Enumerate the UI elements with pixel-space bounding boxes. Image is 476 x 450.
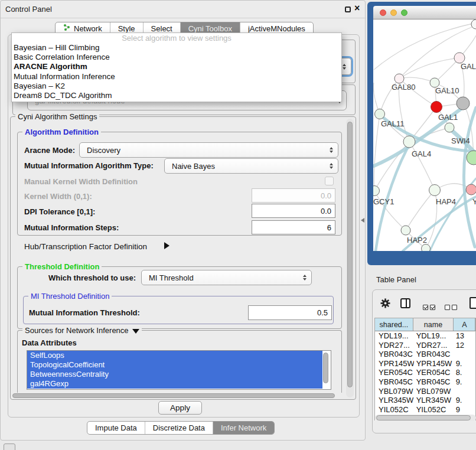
network-node-gcy1[interactable] — [373, 186, 380, 196]
table-row[interactable]: YLR345WYLR345W9. — [375, 396, 475, 405]
table-row[interactable]: YDR27...YDR27...12 — [375, 341, 475, 350]
settings-vertical-scrollbar-track[interactable] — [346, 119, 354, 397]
settings-vertical-scrollbar[interactable] — [347, 122, 353, 387]
table-row[interactable]: YDL19...YDL19...13 — [375, 331, 475, 341]
network-edge-highlighted — [464, 107, 476, 247]
list-scrollbar[interactable] — [323, 353, 328, 383]
dropdown-item[interactable]: Dream8 DC_TDC Algorithm — [12, 91, 341, 100]
dpi-tolerance-field[interactable]: 0.0 — [252, 204, 335, 218]
table-row[interactable]: YBR043CYBR043C — [375, 350, 475, 359]
network-node-gal11[interactable] — [375, 109, 385, 119]
network-node-node[interactable] — [471, 19, 476, 29]
kernel-width-field[interactable]: 0.0 — [252, 188, 335, 203]
node-label: HAP2 — [407, 236, 427, 244]
network-node-swi4[interactable] — [445, 123, 454, 132]
column-header-name[interactable]: name — [413, 318, 454, 331]
mi-steps-field[interactable]: 6 — [252, 220, 335, 234]
corner-button[interactable] — [4, 444, 15, 450]
dropdown-item[interactable]: Bayesian – Hill Climbing — [12, 43, 341, 53]
table-row[interactable]: YBR045CYBR045C9. — [375, 377, 475, 387]
network-node-hap4[interactable] — [429, 185, 441, 196]
updown-stepper-icon — [327, 147, 336, 153]
which-threshold-label: Which threshold to use: — [48, 273, 136, 282]
table-body: YDL19...YDL19...13YDR27...YDR27...12YBR0… — [375, 331, 475, 414]
node-label: GAL80 — [392, 83, 415, 92]
table-row[interactable]: YIL052CYIL052C9 — [375, 405, 475, 415]
mi-steps-value: 6 — [327, 223, 331, 232]
control-panel-title: Control Panel — [5, 5, 52, 14]
settings-horizontal-scrollbar[interactable] — [12, 393, 335, 398]
close-button[interactable] — [380, 9, 386, 16]
table-cell: 12 — [455, 341, 475, 350]
attribute-item[interactable]: TopologicalCoefficient — [27, 360, 322, 370]
node-label: GCY1 — [373, 197, 394, 206]
table-cell: YBL079W — [375, 387, 414, 396]
manual-kernel-checkbox[interactable] — [325, 177, 334, 185]
settings-horizontal-scrollbar-track[interactable] — [11, 393, 345, 399]
node-label: GAL10 — [435, 86, 459, 95]
dropdown-item[interactable]: Bayesian – K2 — [12, 81, 341, 91]
network-edge — [399, 58, 459, 79]
network-node-node[interactable] — [457, 97, 470, 110]
dropdown-hint: Select algorithm to view settings — [12, 33, 341, 43]
column-header-shared-name[interactable]: shared... — [375, 318, 413, 331]
network-node-hap2[interactable] — [401, 226, 410, 235]
data-attributes-list[interactable]: SelfLoopsTopologicalCoefficientBetweenne… — [27, 350, 331, 390]
network-canvas[interactable]: GALGAL80GAL10GAL1GAL11SWI4GAL4GCY1HAP4YH… — [373, 19, 476, 251]
which-threshold-select[interactable]: MI Threshold — [141, 270, 312, 285]
aracne-mode-label: Aracne Mode: — [24, 146, 75, 155]
network-node-gal4[interactable] — [403, 136, 415, 148]
collapse-arrow-icon[interactable] — [132, 329, 139, 334]
table-cell: YIL052C — [375, 405, 414, 415]
table-cell: YBR043C — [375, 350, 414, 359]
dropdown-item[interactable]: ARACNE Algorithm — [12, 62, 341, 71]
node-label: HAP4 — [436, 197, 456, 206]
column-header-partial[interactable]: A — [454, 318, 475, 331]
network-node-node[interactable] — [422, 244, 431, 252]
table-cell — [455, 350, 475, 359]
network-node-node[interactable] — [467, 151, 476, 165]
dropdown-item[interactable]: Basic Correlation Inference — [12, 53, 341, 62]
attribute-item[interactable]: SelfLoops — [27, 351, 322, 360]
attribute-item[interactable]: gal4RGexp — [27, 379, 322, 389]
mi-type-select[interactable]: Naive Bayes — [164, 158, 338, 174]
mi-type-value: Naive Bayes — [165, 162, 327, 171]
updown-stepper-icon — [300, 275, 309, 281]
tab-impute-data[interactable]: Impute Data — [87, 422, 145, 434]
network-node-y[interactable] — [466, 184, 476, 195]
table-row[interactable]: YBL079WYBL079W — [375, 387, 475, 396]
table-horizontal-scrollbar-track[interactable] — [375, 415, 476, 421]
network-node-gal1[interactable] — [431, 102, 442, 113]
attribute-item[interactable]: BetweennessCentrality — [27, 370, 322, 379]
file-icon[interactable] — [470, 297, 476, 309]
float-icon[interactable] — [345, 6, 351, 12]
network-window-titlebar[interactable] — [373, 6, 476, 19]
splitter-arrow-icon[interactable] — [361, 218, 364, 223]
close-icon[interactable]: × — [354, 3, 360, 14]
unchecked-columns-icon[interactable] — [445, 302, 459, 312]
table-cell: YER054C — [414, 368, 455, 377]
table-row[interactable]: YPR145WYPR145W9. — [375, 359, 475, 369]
apply-button[interactable]: Apply — [158, 401, 202, 415]
sources-group-title: Sources for Network Inference — [22, 326, 142, 335]
columns-icon[interactable] — [400, 298, 410, 308]
threshold-definition-title: Threshold Definition — [22, 262, 102, 271]
dropdown-item[interactable]: Mutual Information Inference — [12, 72, 341, 81]
aracne-mode-select[interactable]: Discovery — [79, 142, 338, 158]
tab-label: Discretize Data — [153, 422, 205, 434]
table-row[interactable]: YER054CYER054C8. — [375, 368, 475, 377]
zoom-button[interactable] — [401, 9, 407, 16]
table-horizontal-scrollbar[interactable] — [376, 415, 471, 420]
screen: Control Panel × NetworkStyleSelectCyni T… — [0, 0, 476, 450]
table-header: shared... name A — [375, 318, 475, 331]
minimize-button[interactable] — [390, 9, 397, 16]
mi-threshold-field[interactable]: 0.5 — [248, 305, 332, 320]
checked-columns-icon[interactable] — [423, 302, 437, 312]
expand-arrow-icon[interactable] — [164, 242, 169, 249]
tab-infer-network[interactable]: Infer Network — [213, 422, 274, 434]
network-node-gal80[interactable] — [395, 74, 404, 83]
hub-definition-toggle[interactable]: Hub/Transcription Factor Definition — [24, 242, 147, 251]
aracne-mode-value: Discovery — [80, 146, 327, 155]
gear-icon[interactable] — [380, 298, 390, 311]
tab-discretize-data[interactable]: Discretize Data — [145, 422, 213, 434]
